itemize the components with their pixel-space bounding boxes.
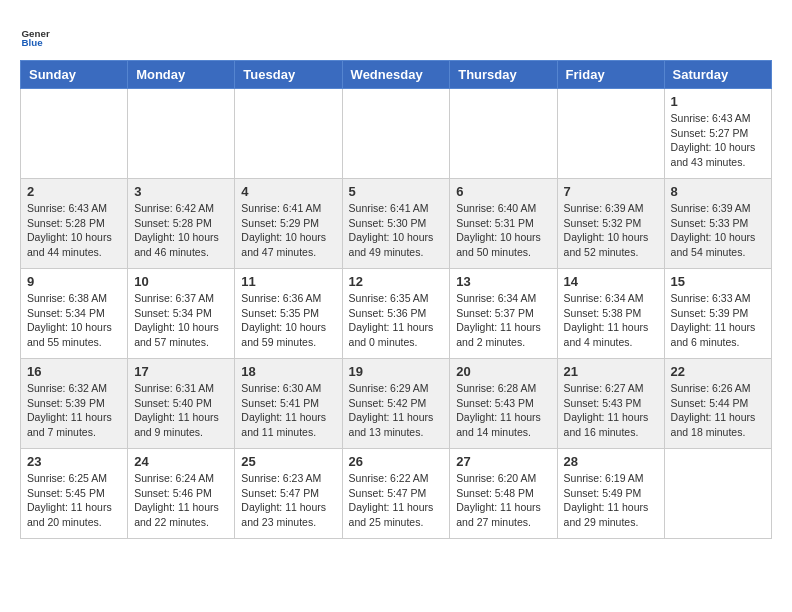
day-cell <box>557 89 664 179</box>
week-row-4: 16Sunrise: 6:32 AM Sunset: 5:39 PM Dayli… <box>21 359 772 449</box>
day-info: Sunrise: 6:26 AM Sunset: 5:44 PM Dayligh… <box>671 381 765 440</box>
day-info: Sunrise: 6:35 AM Sunset: 5:36 PM Dayligh… <box>349 291 444 350</box>
day-number: 6 <box>456 184 550 199</box>
day-cell: 6Sunrise: 6:40 AM Sunset: 5:31 PM Daylig… <box>450 179 557 269</box>
day-cell: 25Sunrise: 6:23 AM Sunset: 5:47 PM Dayli… <box>235 449 342 539</box>
day-number: 15 <box>671 274 765 289</box>
day-cell: 1Sunrise: 6:43 AM Sunset: 5:27 PM Daylig… <box>664 89 771 179</box>
day-number: 9 <box>27 274 121 289</box>
day-cell: 26Sunrise: 6:22 AM Sunset: 5:47 PM Dayli… <box>342 449 450 539</box>
day-number: 3 <box>134 184 228 199</box>
day-info: Sunrise: 6:19 AM Sunset: 5:49 PM Dayligh… <box>564 471 658 530</box>
day-cell: 7Sunrise: 6:39 AM Sunset: 5:32 PM Daylig… <box>557 179 664 269</box>
day-cell <box>128 89 235 179</box>
day-info: Sunrise: 6:32 AM Sunset: 5:39 PM Dayligh… <box>27 381 121 440</box>
weekday-header: SundayMondayTuesdayWednesdayThursdayFrid… <box>21 61 772 89</box>
day-cell: 3Sunrise: 6:42 AM Sunset: 5:28 PM Daylig… <box>128 179 235 269</box>
weekday-tuesday: Tuesday <box>235 61 342 89</box>
day-info: Sunrise: 6:39 AM Sunset: 5:33 PM Dayligh… <box>671 201 765 260</box>
calendar: SundayMondayTuesdayWednesdayThursdayFrid… <box>20 60 772 539</box>
day-number: 7 <box>564 184 658 199</box>
weekday-wednesday: Wednesday <box>342 61 450 89</box>
weekday-monday: Monday <box>128 61 235 89</box>
day-number: 22 <box>671 364 765 379</box>
day-number: 20 <box>456 364 550 379</box>
svg-text:Blue: Blue <box>22 37 44 48</box>
weekday-saturday: Saturday <box>664 61 771 89</box>
day-cell: 19Sunrise: 6:29 AM Sunset: 5:42 PM Dayli… <box>342 359 450 449</box>
day-number: 13 <box>456 274 550 289</box>
day-info: Sunrise: 6:43 AM Sunset: 5:27 PM Dayligh… <box>671 111 765 170</box>
weekday-friday: Friday <box>557 61 664 89</box>
logo: General Blue <box>20 20 50 50</box>
day-number: 17 <box>134 364 228 379</box>
day-number: 18 <box>241 364 335 379</box>
day-info: Sunrise: 6:30 AM Sunset: 5:41 PM Dayligh… <box>241 381 335 440</box>
day-cell: 15Sunrise: 6:33 AM Sunset: 5:39 PM Dayli… <box>664 269 771 359</box>
day-number: 28 <box>564 454 658 469</box>
week-row-2: 2Sunrise: 6:43 AM Sunset: 5:28 PM Daylig… <box>21 179 772 269</box>
day-cell: 24Sunrise: 6:24 AM Sunset: 5:46 PM Dayli… <box>128 449 235 539</box>
day-info: Sunrise: 6:41 AM Sunset: 5:30 PM Dayligh… <box>349 201 444 260</box>
day-info: Sunrise: 6:36 AM Sunset: 5:35 PM Dayligh… <box>241 291 335 350</box>
day-info: Sunrise: 6:40 AM Sunset: 5:31 PM Dayligh… <box>456 201 550 260</box>
day-number: 5 <box>349 184 444 199</box>
day-cell <box>342 89 450 179</box>
day-number: 11 <box>241 274 335 289</box>
week-row-3: 9Sunrise: 6:38 AM Sunset: 5:34 PM Daylig… <box>21 269 772 359</box>
day-cell: 18Sunrise: 6:30 AM Sunset: 5:41 PM Dayli… <box>235 359 342 449</box>
day-info: Sunrise: 6:28 AM Sunset: 5:43 PM Dayligh… <box>456 381 550 440</box>
day-cell <box>664 449 771 539</box>
day-info: Sunrise: 6:20 AM Sunset: 5:48 PM Dayligh… <box>456 471 550 530</box>
day-number: 2 <box>27 184 121 199</box>
day-cell: 13Sunrise: 6:34 AM Sunset: 5:37 PM Dayli… <box>450 269 557 359</box>
day-info: Sunrise: 6:34 AM Sunset: 5:37 PM Dayligh… <box>456 291 550 350</box>
day-number: 25 <box>241 454 335 469</box>
day-number: 19 <box>349 364 444 379</box>
day-number: 21 <box>564 364 658 379</box>
day-cell: 27Sunrise: 6:20 AM Sunset: 5:48 PM Dayli… <box>450 449 557 539</box>
day-number: 27 <box>456 454 550 469</box>
day-cell: 4Sunrise: 6:41 AM Sunset: 5:29 PM Daylig… <box>235 179 342 269</box>
day-info: Sunrise: 6:33 AM Sunset: 5:39 PM Dayligh… <box>671 291 765 350</box>
week-row-5: 23Sunrise: 6:25 AM Sunset: 5:45 PM Dayli… <box>21 449 772 539</box>
day-info: Sunrise: 6:43 AM Sunset: 5:28 PM Dayligh… <box>27 201 121 260</box>
day-number: 16 <box>27 364 121 379</box>
day-info: Sunrise: 6:38 AM Sunset: 5:34 PM Dayligh… <box>27 291 121 350</box>
day-cell: 28Sunrise: 6:19 AM Sunset: 5:49 PM Dayli… <box>557 449 664 539</box>
weekday-thursday: Thursday <box>450 61 557 89</box>
day-number: 12 <box>349 274 444 289</box>
day-cell: 11Sunrise: 6:36 AM Sunset: 5:35 PM Dayli… <box>235 269 342 359</box>
day-cell: 16Sunrise: 6:32 AM Sunset: 5:39 PM Dayli… <box>21 359 128 449</box>
day-cell: 22Sunrise: 6:26 AM Sunset: 5:44 PM Dayli… <box>664 359 771 449</box>
day-number: 24 <box>134 454 228 469</box>
day-number: 10 <box>134 274 228 289</box>
day-number: 1 <box>671 94 765 109</box>
header: General Blue <box>20 20 772 50</box>
day-cell: 17Sunrise: 6:31 AM Sunset: 5:40 PM Dayli… <box>128 359 235 449</box>
day-info: Sunrise: 6:39 AM Sunset: 5:32 PM Dayligh… <box>564 201 658 260</box>
day-info: Sunrise: 6:23 AM Sunset: 5:47 PM Dayligh… <box>241 471 335 530</box>
day-info: Sunrise: 6:42 AM Sunset: 5:28 PM Dayligh… <box>134 201 228 260</box>
day-cell <box>21 89 128 179</box>
day-number: 4 <box>241 184 335 199</box>
day-cell: 21Sunrise: 6:27 AM Sunset: 5:43 PM Dayli… <box>557 359 664 449</box>
day-cell: 5Sunrise: 6:41 AM Sunset: 5:30 PM Daylig… <box>342 179 450 269</box>
day-cell <box>450 89 557 179</box>
day-number: 8 <box>671 184 765 199</box>
day-cell: 23Sunrise: 6:25 AM Sunset: 5:45 PM Dayli… <box>21 449 128 539</box>
day-cell: 8Sunrise: 6:39 AM Sunset: 5:33 PM Daylig… <box>664 179 771 269</box>
day-info: Sunrise: 6:41 AM Sunset: 5:29 PM Dayligh… <box>241 201 335 260</box>
day-cell <box>235 89 342 179</box>
day-cell: 14Sunrise: 6:34 AM Sunset: 5:38 PM Dayli… <box>557 269 664 359</box>
day-cell: 20Sunrise: 6:28 AM Sunset: 5:43 PM Dayli… <box>450 359 557 449</box>
day-number: 23 <box>27 454 121 469</box>
weekday-sunday: Sunday <box>21 61 128 89</box>
day-info: Sunrise: 6:27 AM Sunset: 5:43 PM Dayligh… <box>564 381 658 440</box>
calendar-body: 1Sunrise: 6:43 AM Sunset: 5:27 PM Daylig… <box>21 89 772 539</box>
day-info: Sunrise: 6:31 AM Sunset: 5:40 PM Dayligh… <box>134 381 228 440</box>
day-cell: 9Sunrise: 6:38 AM Sunset: 5:34 PM Daylig… <box>21 269 128 359</box>
day-cell: 10Sunrise: 6:37 AM Sunset: 5:34 PM Dayli… <box>128 269 235 359</box>
day-number: 14 <box>564 274 658 289</box>
day-info: Sunrise: 6:29 AM Sunset: 5:42 PM Dayligh… <box>349 381 444 440</box>
